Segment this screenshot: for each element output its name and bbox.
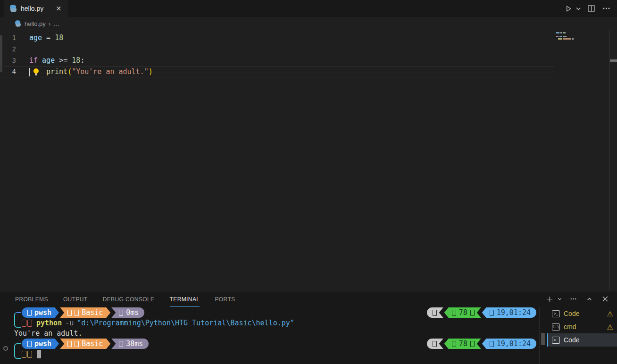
prompt-duration-segment: 38ms — [111, 339, 149, 349]
terminal-list-sidebar: >_Code⚠C:\cmd⚠>_Code — [547, 307, 617, 364]
maximize-panel-icon[interactable] — [583, 293, 595, 305]
new-terminal-icon[interactable] — [543, 293, 556, 305]
split-editor-icon[interactable] — [585, 2, 597, 15]
code-text: if age >= 18: — [29, 55, 84, 66]
terminal-scrollbar-thumb[interactable] — [541, 333, 545, 345]
close-panel-icon[interactable] — [599, 293, 611, 305]
prompt-env-segment: Basic — [60, 339, 110, 349]
env-name: Basic — [82, 308, 103, 317]
code-lines: 1age = 1823if age >= 18:4print("You're a… — [0, 32, 554, 77]
line-number: 2 — [0, 43, 29, 55]
terminal-icon: >_ — [552, 310, 560, 317]
program-output: You're an adult. — [14, 329, 83, 338]
missing-glyph-icon — [470, 310, 475, 316]
missing-glyph-icon — [67, 310, 72, 316]
vscode-window: hello.py ✕ hello.py › … 1age = 1823if ag… — [0, 0, 617, 364]
missing-glyph-icon — [27, 341, 32, 347]
breadcrumb: hello.py › … — [0, 17, 617, 30]
code-line[interactable]: 2 — [0, 43, 554, 55]
python-file-icon — [15, 20, 21, 27]
code-line[interactable]: 3if age >= 18: — [0, 55, 554, 66]
missing-glyph-icon — [452, 341, 456, 347]
duration: 0ms — [126, 308, 139, 317]
line-number: 1 — [0, 32, 29, 43]
token-op — [38, 56, 42, 65]
minimap[interactable] — [550, 30, 609, 291]
more-actions-icon[interactable] — [600, 2, 612, 15]
prompt-duration-segment: 0ms — [111, 307, 144, 318]
overview-ruler-cursor-mark — [610, 59, 617, 62]
close-tab-icon[interactable]: ✕ — [54, 4, 63, 13]
code-text: print("You're an adult.") — [29, 66, 153, 77]
code-line[interactable]: 4print("You're an adult.") — [0, 66, 554, 77]
editor-tab-bar: hello.py ✕ — [0, 0, 617, 17]
terminal-list-label: Code — [564, 336, 579, 344]
missing-glyph-icon — [67, 341, 72, 347]
terminal-output[interactable]: pwsh Basic 0ms 78 19,01:24 python -u "d:… — [0, 307, 539, 364]
code-line[interactable]: 1age = 18 — [0, 32, 554, 43]
token-num: 18 — [72, 56, 80, 65]
panel-tab-problems[interactable]: PROBLEMS — [15, 291, 48, 307]
clock-segment: 19,01:24 — [482, 307, 536, 318]
missing-glyph-icon — [75, 341, 79, 347]
code-editor[interactable]: 1age = 1823if age >= 18:4print("You're a… — [0, 30, 617, 291]
terminal-list-item-cmd[interactable]: C:\cmd⚠ — [547, 320, 617, 333]
terminal-cursor — [37, 350, 41, 358]
env-name: Basic — [82, 339, 103, 348]
line-number: 4 — [0, 66, 29, 77]
duration: 38ms — [126, 339, 143, 348]
editor-scrollbar[interactable] — [609, 30, 617, 291]
terminal-list-label: Code — [564, 310, 579, 317]
line-number: 3 — [0, 55, 29, 66]
battery-level: 78 — [459, 308, 467, 317]
terminal-list-item-code[interactable]: >_Code — [547, 333, 617, 347]
prompt-env-segment: Basic — [60, 307, 110, 318]
missing-glyph-icon — [27, 310, 32, 316]
missing-glyph-icon — [490, 310, 494, 316]
token-op: >= — [55, 56, 72, 65]
token-var: age — [42, 56, 55, 65]
editor-actions — [562, 0, 612, 17]
command-flag: -u — [65, 319, 74, 327]
battery-segment: 78 — [444, 307, 481, 318]
warning-icon: ⚠ — [607, 323, 613, 331]
command-program: python — [36, 319, 62, 327]
panel-tab-terminal[interactable]: TERMINAL — [170, 291, 200, 307]
terminal-list-label: cmd — [564, 323, 576, 331]
run-python-file-button[interactable] — [562, 2, 575, 15]
command-path: "d:\Programming\Python\HTG Tutorial\Basi… — [77, 319, 294, 327]
panel-more-actions-icon[interactable] — [567, 293, 579, 305]
warning-icon: ⚠ — [607, 310, 613, 317]
breadcrumb-separator-icon: › — [49, 20, 50, 27]
missing-glyph-icon — [119, 310, 123, 316]
panel-tab-ports[interactable]: PORTS — [215, 291, 235, 307]
code-text: age = 18 — [29, 32, 63, 43]
clock-time: 19,01:24 — [497, 308, 531, 317]
panel-tab-output[interactable]: OUTPUT — [63, 291, 88, 307]
missing-glyph-icon — [22, 320, 26, 327]
terminal-dropdown-chevron-icon[interactable] — [556, 293, 563, 305]
terminal-list-item-code[interactable]: >_Code⚠ — [547, 307, 617, 320]
shell-name: pwsh — [34, 308, 51, 317]
lightbulb-icon[interactable] — [33, 68, 40, 76]
status-segment — [427, 339, 443, 349]
battery-segment: 78 — [444, 339, 481, 349]
tab-hello-py[interactable]: hello.py ✕ — [4, 0, 68, 17]
missing-glyph-icon — [452, 310, 456, 316]
missing-glyph-icon — [433, 341, 437, 347]
missing-glyph-icon — [119, 341, 123, 347]
token-op: = — [42, 33, 55, 42]
run-dropdown-chevron-icon[interactable] — [575, 2, 582, 15]
panel-tabs: PROBLEMSOUTPUTDEBUG CONSOLETERMINALPORTS — [0, 291, 250, 307]
breadcrumb-file[interactable]: hello.py — [25, 20, 46, 27]
token-br: ( — [67, 67, 72, 76]
terminal-scrollbar[interactable] — [539, 307, 546, 364]
python-file-icon — [9, 5, 17, 12]
token-str: "You're an adult." — [72, 67, 149, 76]
token-fn: print — [46, 67, 67, 76]
clock-segment: 19,01:24 — [482, 339, 536, 349]
editor-cursor — [29, 68, 30, 76]
token-br: ) — [149, 67, 153, 76]
panel-tab-debug-console[interactable]: DEBUG CONSOLE — [103, 291, 155, 307]
breadcrumb-more[interactable]: … — [53, 20, 59, 27]
